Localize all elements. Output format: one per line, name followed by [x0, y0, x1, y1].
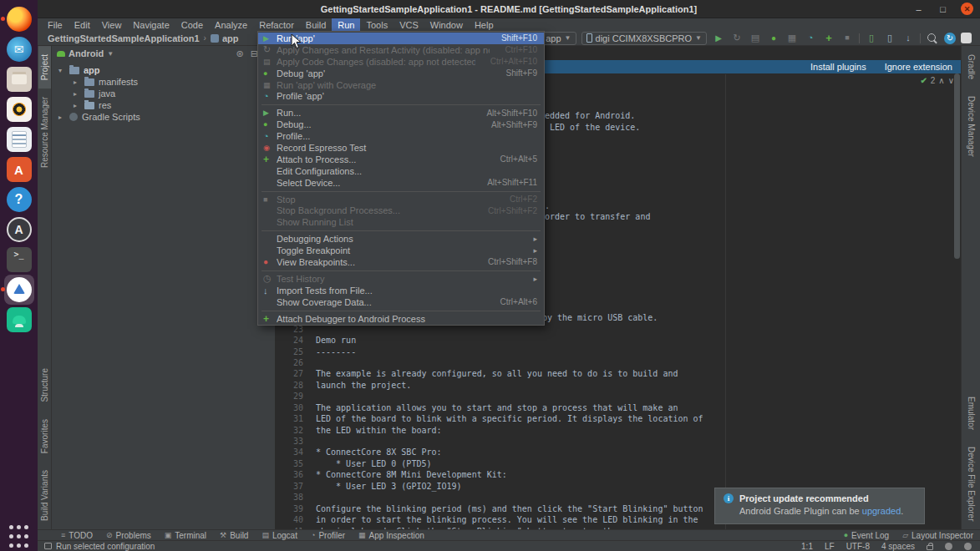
help-dock-icon[interactable]	[4, 185, 34, 215]
layout-inspector-button[interactable]: Layout Inspector	[902, 531, 973, 540]
apply-changes-button[interactable]	[730, 32, 744, 45]
tool-stripe-tab[interactable]: Project	[38, 46, 51, 88]
status-circle-icon[interactable]	[964, 543, 972, 550]
tool-stripe-tab[interactable]: Build Variants	[38, 462, 51, 529]
android-studio-dock-icon[interactable]	[4, 275, 34, 305]
caret-position[interactable]: 1:1	[801, 542, 813, 551]
encoding[interactable]: UTF-8	[846, 542, 870, 551]
menubar-item[interactable]: VCS	[394, 18, 424, 31]
project-view-selector[interactable]: Android ▼	[57, 48, 114, 58]
run-menu-item[interactable]: Run... Alt+Shift+F10 ▸	[258, 107, 544, 119]
tool-stripe-tab[interactable]: Emulator	[965, 388, 977, 438]
tool-stripe-tab[interactable]: Device Manager	[965, 88, 977, 165]
minimize-button[interactable]: –	[912, 3, 925, 15]
rhythmbox-dock-icon[interactable]	[4, 94, 34, 124]
view-breakpoints-menu-item[interactable]: View Breakpoints... Ctrl+Shift+F8 ▸	[258, 256, 544, 268]
show-running-list-menu-item[interactable]: Show Running List ▸	[258, 216, 544, 228]
attach-debugger-android-menu-item[interactable]: Attach Debugger to Android Process ▸	[258, 313, 544, 325]
logcat-button[interactable]: Logcat	[262, 531, 297, 540]
app-a-dock-icon[interactable]	[4, 215, 34, 245]
profile-menu-item[interactable]: Profile... ▸	[258, 130, 544, 142]
menubar-item[interactable]: View	[96, 18, 128, 31]
import-tests-menu-item[interactable]: Import Tests from File... ▸	[258, 285, 544, 296]
terminal-dock-icon[interactable]	[4, 245, 34, 275]
stop-menu-item[interactable]: Stop Ctrl+F2 ▸	[258, 194, 544, 205]
firefox-dock-icon[interactable]	[4, 4, 34, 34]
coverage-button[interactable]	[785, 32, 799, 45]
profiler-button[interactable]: Profiler	[311, 531, 345, 540]
locate-file-icon[interactable]: ⊛	[236, 48, 244, 59]
breadcrumb-project[interactable]: GettingStartedSampleApplication1	[48, 33, 200, 43]
breadcrumb-module[interactable]: app	[211, 33, 239, 43]
tool-stripe-tab[interactable]: Gradle	[965, 46, 977, 88]
tree-item-manifests[interactable]: ▸ manifests	[52, 76, 275, 88]
todo-button[interactable]: TODO	[61, 531, 93, 540]
stop-background-menu-item[interactable]: Stop Background Processes... Ctrl+Shift+…	[258, 205, 544, 216]
lock-icon[interactable]	[927, 545, 933, 550]
menubar-item[interactable]: Navigate	[127, 18, 175, 31]
edit-configurations-menu-item[interactable]: Edit Configurations... ▸	[258, 165, 544, 177]
device-manager-button[interactable]	[883, 32, 896, 45]
ubuntu-software-dock-icon[interactable]	[4, 154, 34, 185]
show-coverage-data-menu-item[interactable]: Show Coverage Data... Ctrl+Alt+6 ▸	[258, 296, 544, 308]
app-inspection-button[interactable]: App Inspection	[358, 531, 424, 540]
editor-scrollbar[interactable]	[954, 73, 960, 259]
menubar-item[interactable]: Tools	[360, 18, 394, 31]
device-pairing-button[interactable]	[865, 32, 878, 45]
stop-button[interactable]	[840, 32, 854, 45]
line-ending[interactable]: LF	[825, 542, 835, 551]
problems-button[interactable]: Problems	[106, 531, 151, 540]
debug-button[interactable]	[767, 32, 780, 45]
maximize-button[interactable]: □	[937, 3, 949, 15]
files-dock-icon[interactable]	[4, 64, 34, 94]
event-log-button[interactable]: Event Log	[844, 531, 889, 540]
install-plugins-link[interactable]: Install plugins	[810, 62, 866, 72]
record-espresso-menu-item[interactable]: Record Espresso Test ▸	[258, 142, 544, 154]
tree-item-java[interactable]: ▸ java	[52, 88, 275, 99]
menubar-item[interactable]: Code	[175, 18, 209, 31]
tool-stripe-tab[interactable]: Device File Explorer	[965, 438, 977, 529]
run-button[interactable]	[712, 32, 725, 45]
tool-stripe-tab[interactable]: Structure	[38, 360, 51, 411]
test-history-menu-item[interactable]: Test History ▸	[258, 273, 544, 285]
apply-code-changes-button[interactable]	[749, 32, 762, 45]
sdk-manager-button[interactable]	[901, 32, 915, 45]
build-button[interactable]: Build	[220, 531, 248, 540]
menubar-item[interactable]: Window	[424, 18, 469, 31]
debug-menu-item[interactable]: Debug... Alt+Shift+F9 ▸	[258, 119, 544, 130]
thunderbird-dock-icon[interactable]	[4, 34, 34, 64]
terminal-button[interactable]: Terminal	[165, 531, 206, 540]
android-emulator-dock-icon[interactable]	[4, 305, 34, 335]
menubar-item[interactable]: Run	[332, 18, 360, 31]
device-dropdown[interactable]: digi CCIMX8XSBCPRO ▼	[581, 32, 707, 45]
toggle-breakpoint-menu-item[interactable]: Toggle Breakpoint ▸	[258, 245, 544, 256]
attach-to-process-menu-item[interactable]: Attach to Process... Ctrl+Alt+5 ▸	[258, 154, 544, 165]
menubar-item[interactable]: Build	[300, 18, 332, 31]
menubar-item[interactable]: Analyze	[209, 18, 253, 31]
menubar-item[interactable]: Refactor	[253, 18, 300, 31]
profile-button[interactable]	[804, 32, 817, 45]
tool-stripe-tab[interactable]: Resource Manager	[38, 88, 51, 176]
indent-setting[interactable]: 4 spaces	[881, 542, 915, 551]
menubar-item[interactable]: Help	[469, 18, 500, 31]
gradle-sync-button[interactable]	[944, 33, 956, 44]
run-with-coverage-menu-item[interactable]: Run 'app' with Coverage ▸	[258, 79, 544, 91]
libreoffice-writer-dock-icon[interactable]	[4, 124, 34, 154]
status-circle-icon[interactable]	[945, 543, 952, 550]
tree-item-gradle-scripts[interactable]: ▸ Gradle Scripts	[52, 111, 275, 123]
menubar-item[interactable]: Edit	[69, 18, 96, 31]
debugging-actions-menu-item[interactable]: Debugging Actions ▸	[258, 233, 544, 245]
tree-item-app[interactable]: ▾ app	[52, 64, 275, 76]
search-everywhere-button[interactable]	[926, 32, 939, 45]
apply-code-changes-menu-item[interactable]: Apply Code Changes (disabled: app not de…	[258, 56, 544, 68]
debug-app-menu-item[interactable]: Debug 'app' Shift+F9 ▸	[258, 68, 544, 79]
menubar-item[interactable]: File	[42, 18, 69, 31]
tool-stripe-tab[interactable]: Favorites	[38, 411, 51, 462]
upgrade-link[interactable]: upgraded	[862, 506, 901, 516]
notifications-button[interactable]	[961, 33, 972, 43]
select-device-menu-item[interactable]: Select Device... Alt+Shift+F11 ▸	[258, 177, 544, 189]
tree-item-res[interactable]: ▸ res	[52, 99, 275, 111]
app-grid-dock-icon[interactable]	[4, 521, 34, 551]
attach-debugger-button[interactable]	[822, 32, 835, 45]
close-button[interactable]: ✕	[961, 3, 973, 15]
